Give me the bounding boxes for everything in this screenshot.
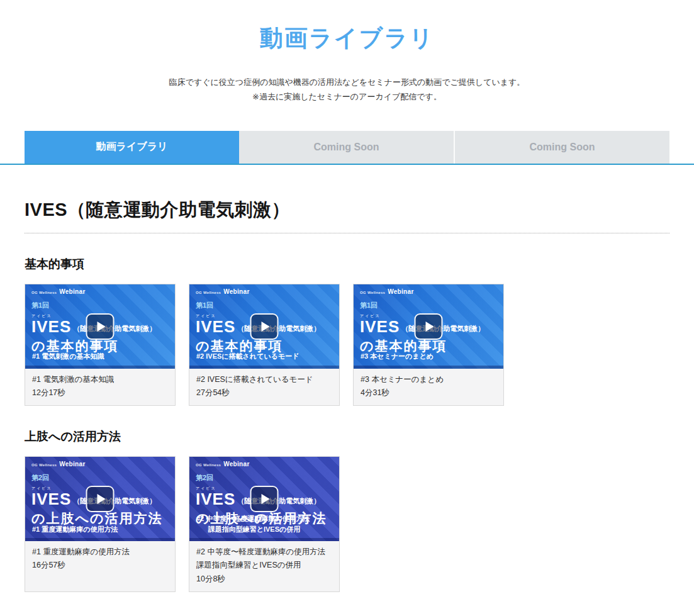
video-thumbnail[interactable]: OG Wellness Webinar 第1回 アイビス IVES （随意運動介…	[189, 284, 339, 369]
group-heading: 上肢への活用方法	[25, 428, 669, 445]
video-card[interactable]: OG Wellness Webinar 第1回 アイビス IVES （随意運動介…	[25, 284, 176, 406]
video-title-lines: #2 中等度〜軽度運動麻痺の使用方法課題指向型練習とIVESの併用	[196, 546, 332, 573]
video-card[interactable]: OG Wellness Webinar 第2回 アイビス IVES （随意運動介…	[189, 456, 340, 592]
video-title-line: #1 電気刺激の基本知識	[32, 373, 168, 386]
brand-logo-text: OG Wellness	[360, 291, 385, 295]
group-heading: 基本的事項	[25, 256, 669, 272]
video-caption: #1 電気刺激の基本知識 12分17秒	[25, 369, 175, 406]
series-title: IVES	[196, 490, 235, 508]
thumbnail-caption: #2 中等度〜軽度運動麻痺の使用方法課題指向型練習とIVESの併用	[196, 513, 335, 534]
thumbnail-caption: #1 重度運動麻痺の使用方法	[32, 524, 171, 535]
video-duration: 16分57秒	[32, 559, 168, 572]
thumbnail-caption-line: 課題指向型練習とIVESの併用	[196, 524, 335, 535]
tab-video-library[interactable]: 動画ライブラリ	[25, 131, 239, 164]
tab-underline-rule	[0, 164, 694, 165]
play-icon	[98, 494, 106, 504]
webinar-label: Webinar	[223, 461, 249, 468]
thumbnail-caption-line: #1 電気刺激の基本知識	[32, 351, 171, 362]
thumbnail-caption-line: #1 重度運動麻痺の使用方法	[32, 524, 171, 535]
video-duration: 10分8秒	[196, 573, 332, 586]
video-duration: 12分17秒	[32, 386, 168, 400]
video-group: 上肢への活用方法 OG Wellness Webinar 第2回 アイビス IV…	[0, 428, 694, 592]
brand-logo-text: OG Wellness	[196, 463, 221, 468]
play-button[interactable]	[415, 313, 443, 340]
webinar-logo: OG Wellness Webinar	[196, 289, 333, 295]
episode-label: 第2回	[196, 473, 333, 483]
video-caption: #1 重度運動麻痺の使用方法 16分57秒	[25, 541, 175, 591]
video-duration: 4分31秒	[361, 386, 496, 400]
video-title-line: #1 重度運動麻痺の使用方法	[32, 546, 168, 559]
video-title-line: #2 中等度〜軽度運動麻痺の使用方法	[196, 546, 332, 559]
thumbnail-caption: #1 電気刺激の基本知識	[32, 351, 171, 362]
play-button[interactable]	[250, 486, 279, 512]
brand-logo-text: OG Wellness	[196, 291, 221, 295]
page-description: 臨床ですぐに役立つ症例の知識や機器の活用法などをセミナー形式の動画でご提供してい…	[0, 76, 694, 104]
webinar-logo: OG Wellness Webinar	[196, 461, 333, 468]
video-groups: 基本的事項 OG Wellness Webinar 第1回 アイビス IVES …	[0, 256, 694, 592]
play-icon	[98, 322, 106, 332]
video-title-lines: #1 重度運動麻痺の使用方法	[32, 546, 168, 559]
video-card[interactable]: OG Wellness Webinar 第2回 アイビス IVES （随意運動介…	[25, 456, 176, 592]
tab-coming-soon-1[interactable]: Coming Soon	[239, 131, 454, 164]
thumbnail-caption: #2 IVESに搭載されているモード	[196, 351, 335, 362]
video-card[interactable]: OG Wellness Webinar 第1回 アイビス IVES （随意運動介…	[189, 284, 340, 406]
video-caption: #2 中等度〜軽度運動麻痺の使用方法課題指向型練習とIVESの併用 10分8秒	[189, 541, 339, 591]
video-title-lines: #1 電気刺激の基本知識	[32, 373, 168, 386]
video-caption: #2 IVESに搭載されているモード 27分54秒	[189, 369, 339, 406]
video-thumbnail[interactable]: OG Wellness Webinar 第2回 アイビス IVES （随意運動介…	[189, 457, 339, 541]
video-group: 基本的事項 OG Wellness Webinar 第1回 アイビス IVES …	[0, 256, 694, 406]
webinar-logo: OG Wellness Webinar	[31, 461, 169, 468]
video-card-row: OG Wellness Webinar 第1回 アイビス IVES （随意運動介…	[25, 284, 669, 406]
video-duration: 27分54秒	[196, 386, 332, 400]
webinar-label: Webinar	[223, 289, 249, 295]
episode-label: 第2回	[31, 473, 169, 483]
play-button[interactable]	[86, 313, 115, 340]
webinar-label: Webinar	[59, 461, 85, 468]
webinar-label: Webinar	[59, 289, 85, 295]
tab-bar: 動画ライブラリ Coming Soon Coming Soon	[25, 131, 669, 164]
play-button[interactable]	[250, 313, 279, 340]
play-button[interactable]	[86, 486, 115, 512]
video-thumbnail[interactable]: OG Wellness Webinar 第1回 アイビス IVES （随意運動介…	[354, 284, 503, 369]
tab-coming-soon-2[interactable]: Coming Soon	[454, 131, 669, 164]
video-caption: #3 本セミナーのまとめ 4分31秒	[354, 369, 503, 406]
video-thumbnail[interactable]: OG Wellness Webinar 第1回 アイビス IVES （随意運動介…	[25, 284, 175, 369]
page-description-line1: 臨床ですぐに役立つ症例の知識や機器の活用法などをセミナー形式の動画でご提供してい…	[0, 76, 694, 90]
brand-logo-text: OG Wellness	[31, 291, 57, 295]
video-title-line: #3 本セミナーのまとめ	[361, 373, 496, 386]
video-title-line: #2 IVESに搭載されているモード	[196, 373, 332, 386]
page-description-line2: ※過去に実施したセミナーのアーカイブ配信です。	[0, 90, 694, 104]
video-title-line: 課題指向型練習とIVESの併用	[196, 559, 332, 572]
play-icon	[426, 322, 434, 332]
page-title: 動画ライブラリ	[0, 23, 694, 54]
section-heading-ives: IVES（随意運動介助電気刺激）	[25, 198, 669, 233]
video-card[interactable]: OG Wellness Webinar 第1回 アイビス IVES （随意運動介…	[353, 284, 504, 406]
thumbnail-caption-line: #2 中等度〜軽度運動麻痺の使用方法	[196, 513, 335, 524]
episode-label: 第1回	[31, 301, 169, 310]
thumbnail-caption: #3 本セミナーのまとめ	[361, 351, 500, 362]
video-title-lines: #3 本セミナーのまとめ	[361, 373, 496, 386]
video-title-lines: #2 IVESに搭載されているモード	[196, 373, 332, 386]
thumbnail-caption-line: #3 本セミナーのまとめ	[361, 351, 500, 362]
webinar-logo: OG Wellness Webinar	[31, 289, 169, 295]
play-icon	[262, 494, 270, 504]
webinar-label: Webinar	[388, 289, 413, 295]
brand-logo-text: OG Wellness	[31, 463, 57, 468]
thumbnail-caption-line: #2 IVESに搭載されているモード	[196, 351, 335, 362]
page-title-text: 動画ライブラリ	[260, 25, 434, 51]
episode-label: 第1回	[360, 301, 497, 310]
series-title: IVES	[31, 490, 71, 508]
series-title: IVES	[31, 317, 71, 336]
series-title: IVES	[360, 317, 400, 336]
video-library-page: 動画ライブラリ 臨床ですぐに役立つ症例の知識や機器の活用法などをセミナー形式の動…	[0, 0, 694, 592]
webinar-logo: OG Wellness Webinar	[360, 289, 497, 295]
video-thumbnail[interactable]: OG Wellness Webinar 第2回 アイビス IVES （随意運動介…	[25, 457, 175, 541]
episode-label: 第1回	[196, 301, 333, 310]
series-title: IVES	[196, 317, 235, 336]
play-icon	[262, 322, 270, 332]
video-card-row: OG Wellness Webinar 第2回 アイビス IVES （随意運動介…	[25, 456, 669, 592]
